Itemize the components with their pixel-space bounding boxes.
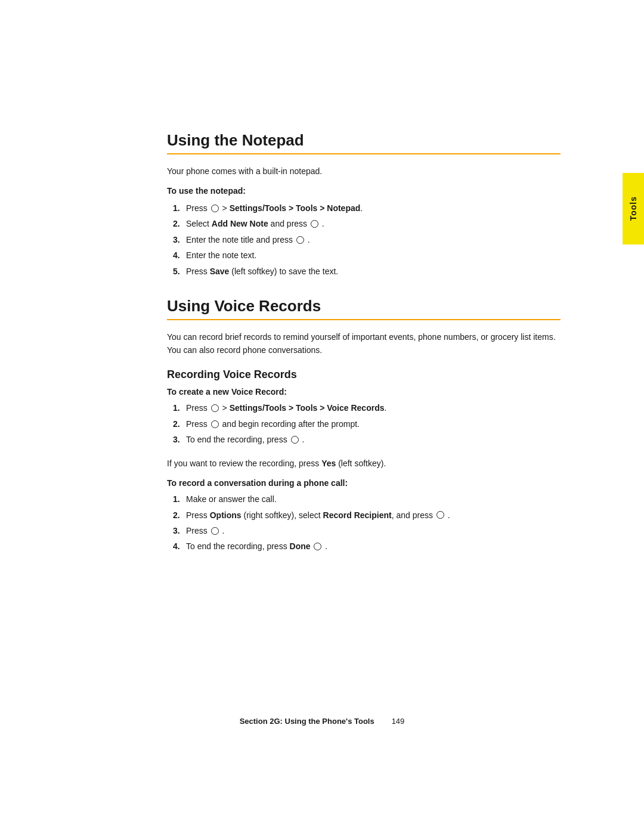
step-bold: Save xyxy=(210,267,230,276)
recording-subsection: Recording Voice Records To create a new … xyxy=(167,368,561,553)
step-bold: Add New Note xyxy=(212,219,268,228)
step-text: Press Options (right softkey), select Re… xyxy=(186,509,561,522)
page-container: Tools Using the Notepad Your phone comes… xyxy=(0,0,644,833)
step-num: 3. xyxy=(173,433,186,446)
circle-icon xyxy=(291,436,299,444)
step-num: 3. xyxy=(173,233,186,246)
step-bold: Options xyxy=(210,510,242,520)
create-label: To create a new Voice Record: xyxy=(167,387,561,397)
voice-records-section: Using Voice Records You can record brief… xyxy=(167,297,561,553)
notepad-step-3: 3. Enter the note title and press . xyxy=(173,233,561,246)
voice-records-divider xyxy=(167,319,561,320)
step-text: Press > Settings/Tools > Tools > Voice R… xyxy=(186,401,561,414)
step-bold: Done xyxy=(290,541,311,551)
footer-page-num: 149 xyxy=(392,717,405,726)
step-text: Press > Settings/Tools > Tools > Notepad… xyxy=(186,202,561,215)
create-step-1: 1. Press > Settings/Tools > Tools > Voic… xyxy=(173,401,561,414)
step-num: 5. xyxy=(173,265,186,278)
step-num: 4. xyxy=(173,540,186,553)
notepad-intro: Your phone comes with a built-in notepad… xyxy=(167,165,561,178)
create-steps-list: 1. Press > Settings/Tools > Tools > Voic… xyxy=(173,401,561,446)
step-num: 1. xyxy=(173,401,186,414)
step-text: Make or answer the call. xyxy=(186,493,561,506)
notepad-use-label: To use the notepad: xyxy=(167,186,561,196)
convo-step-1: 1. Make or answer the call. xyxy=(173,493,561,506)
conversation-label: To record a conversation during a phone … xyxy=(167,478,561,488)
convo-step-2: 2. Press Options (right softkey), select… xyxy=(173,509,561,522)
notepad-step-1: 1. Press > Settings/Tools > Tools > Note… xyxy=(173,202,561,215)
step-text: To end the recording, press Done . xyxy=(186,540,561,553)
step-num: 2. xyxy=(173,217,186,230)
side-tab-label: Tools xyxy=(628,196,638,221)
step-num: 2. xyxy=(173,509,186,522)
review-bold: Yes xyxy=(321,459,336,468)
notepad-title: Using the Notepad xyxy=(167,131,561,150)
voice-records-intro: You can record brief records to remind y… xyxy=(167,331,561,357)
step-text: Enter the note text. xyxy=(186,249,561,262)
convo-step-3: 3. Press . xyxy=(173,524,561,537)
circle-icon xyxy=(211,420,219,428)
convo-step-4: 4. To end the recording, press Done . xyxy=(173,540,561,553)
footer: Section 2G: Using the Phone's Tools 149 xyxy=(0,717,644,726)
circle-icon xyxy=(211,527,219,535)
step-text: To end the recording, press . xyxy=(186,433,561,446)
step-text: Press . xyxy=(186,524,561,537)
notepad-steps-list: 1. Press > Settings/Tools > Tools > Note… xyxy=(173,202,561,278)
circle-icon xyxy=(311,220,318,228)
notepad-divider xyxy=(167,153,561,154)
step-num: 4. xyxy=(173,249,186,262)
conversation-steps-list: 1. Make or answer the call. 2. Press Opt… xyxy=(173,493,561,553)
side-tab: Tools xyxy=(623,173,644,244)
circle-icon xyxy=(211,404,219,412)
step-num: 1. xyxy=(173,493,186,506)
notepad-step-5: 5. Press Save (left softkey) to save the… xyxy=(173,265,561,278)
step-bold: Settings/Tools > Tools > Voice Records xyxy=(230,403,385,413)
notepad-section: Using the Notepad Your phone comes with … xyxy=(167,131,561,278)
voice-records-title: Using Voice Records xyxy=(167,297,561,315)
notepad-step-4: 4. Enter the note text. xyxy=(173,249,561,262)
step-text: Press Save (left softkey) to save the te… xyxy=(186,265,561,278)
step-bold: Settings/Tools > Tools > Notepad xyxy=(230,203,361,213)
circle-icon xyxy=(314,543,321,550)
main-content: Using the Notepad Your phone comes with … xyxy=(167,131,596,564)
review-text: If you want to review the recording, pre… xyxy=(167,457,561,470)
create-step-2: 2. Press and begin recording after the p… xyxy=(173,417,561,431)
step-text: Enter the note title and press . xyxy=(186,233,561,246)
step-num: 3. xyxy=(173,524,186,537)
step-text: Select Add New Note and press . xyxy=(186,217,561,230)
footer-section: Section 2G: Using the Phone's Tools xyxy=(240,717,374,726)
circle-icon xyxy=(436,511,444,519)
step-num: 1. xyxy=(173,202,186,215)
step-text: Press and begin recording after the prom… xyxy=(186,417,561,431)
step-num: 2. xyxy=(173,417,186,431)
circle-icon xyxy=(211,205,219,212)
step-bold2: Record Recipient xyxy=(323,510,392,520)
notepad-step-2: 2. Select Add New Note and press . xyxy=(173,217,561,230)
recording-title: Recording Voice Records xyxy=(167,368,561,381)
footer-spacer xyxy=(376,717,389,726)
create-step-3: 3. To end the recording, press . xyxy=(173,433,561,446)
circle-icon xyxy=(296,236,304,244)
